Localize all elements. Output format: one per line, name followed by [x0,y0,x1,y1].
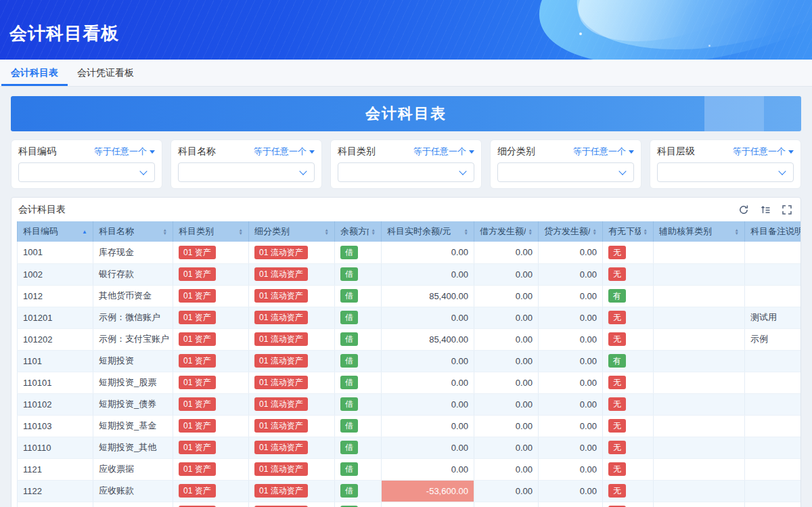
text-cell: 110110 [18,437,93,458]
direction-cell: 借 [335,393,382,415]
text-cell: 示例：支付宝账户 [93,328,173,350]
category-cell: 01 流动资产 [249,285,335,307]
filter-select[interactable] [18,162,155,182]
column-header[interactable]: 有无下级?▲▼ [603,221,654,242]
category-badge: 01 资产 [179,462,216,476]
filter-operator[interactable]: 等于任意一个 [254,146,315,158]
category-badge: 01 资产 [179,289,216,303]
category-cell: 01 流动资产 [249,263,335,285]
category-badge: 01 资产 [179,267,216,281]
page-header: 会计科目看板 [0,0,812,60]
banner-light-segment [704,96,764,131]
text-cell [654,393,745,415]
amount-cell: 85,400.00 [382,328,474,350]
subjects-table: 科目编码▲科目名称▲▼科目类别▲▼细分类别▲▼余额方向▲▼科目实时余额/元▲▼借… [17,221,800,507]
text-cell [654,415,745,437]
filter-select[interactable] [497,162,634,182]
direction-badge: 借 [340,246,358,259]
table-row[interactable]: 1123预付账款01 资产01 流动资产借0.000.000.00无 [18,502,801,507]
amount-cell: 0.00 [474,458,539,480]
amount-cell: 0.00 [382,437,474,458]
tab-bar: 会计科目表 会计凭证看板 [0,60,812,87]
amount-cell: 0.00 [539,480,603,502]
column-header[interactable]: 科目编码▲ [18,221,93,242]
fullscreen-icon[interactable] [782,204,792,215]
amount-cell: 0.00 [382,415,474,437]
table-row[interactable]: 110101短期投资_股票01 资产01 流动资产借0.000.000.00无 [18,372,801,393]
column-header[interactable]: 科目类别▲▼ [173,221,249,242]
filter-label: 科目名称 [178,146,216,158]
table-row[interactable]: 1122应收账款01 资产01 流动资产借-53,600.000.000.00无 [18,480,801,502]
column-header[interactable]: 科目实时余额/元▲▼ [382,221,474,242]
caret-down-icon [309,150,315,154]
table-row[interactable]: 1101短期投资01 资产01 流动资产借0.000.000.00有 [18,350,801,372]
direction-badge: 借 [340,441,358,454]
filter-subject-code: 科目编码 等于任意一个 [11,139,162,189]
amount-cell: 0.00 [539,263,603,285]
column-header[interactable]: 贷方发生额/元▲▼ [539,221,603,242]
caret-down-icon [788,150,794,154]
table-row[interactable]: 101202示例：支付宝账户01 资产01 流动资产借85,400.000.00… [18,328,801,350]
table-panel: 会计科目表 科目编码▲科目名称▲▼科目类别▲▼细分类别▲▼余额方向▲▼科目实时余… [11,197,801,507]
tab-subject-table[interactable]: 会计科目表 [1,60,68,86]
has-sub-cell: 无 [603,393,654,415]
has-sub-badge: 无 [608,484,626,498]
category-cell: 01 流动资产 [249,242,335,263]
filter-operator[interactable]: 等于任意一个 [94,146,155,158]
sort-icon: ▲▼ [325,228,329,235]
category-badge: 01 流动资产 [254,462,308,476]
filter-select[interactable] [178,162,315,182]
tab-voucher-board[interactable]: 会计凭证看板 [68,60,143,86]
filter-operator[interactable]: 等于任意一个 [573,146,634,158]
sort-icon: ▲▼ [371,228,376,235]
has-sub-cell: 无 [603,263,654,285]
text-cell: 1012 [18,285,93,307]
sort-ascending-icon: ▲ [82,229,87,235]
column-header[interactable]: 细分类别▲▼ [249,221,335,242]
refresh-icon[interactable] [738,204,749,215]
category-cell: 01 流动资产 [249,393,335,415]
category-badge: 01 资产 [179,484,216,498]
column-header[interactable]: 借方发生额/元▲▼ [474,221,539,242]
amount-cell: 0.00 [382,502,474,507]
amount-cell: 0.00 [474,263,539,285]
filter-operator[interactable]: 等于任意一个 [413,146,474,158]
column-header[interactable]: 余额方向▲▼ [335,221,382,242]
amount-cell: 0.00 [474,415,539,437]
text-cell [745,285,801,307]
direction-badge: 借 [340,354,358,368]
column-header[interactable]: 辅助核算类别▲▼ [654,221,745,242]
table-row[interactable]: 101201示例：微信账户01 资产01 流动资产借0.000.000.00无测… [18,307,801,328]
table-row[interactable]: 110102短期投资_债券01 资产01 流动资产借0.000.000.00无 [18,393,801,415]
category-cell: 01 流动资产 [249,458,335,480]
column-header[interactable]: 科目备注说明▲▼ [745,221,801,242]
filter-operator[interactable]: 等于任意一个 [733,146,794,158]
direction-cell: 借 [335,263,382,285]
column-header[interactable]: 科目名称▲▼ [93,221,173,242]
table-title: 会计科目表 [18,204,66,216]
has-sub-badge: 无 [608,376,626,389]
table-row[interactable]: 1012其他货币资金01 资产01 流动资产借85,400.000.000.00… [18,285,801,307]
table-row[interactable]: 1121应收票据01 资产01 流动资产借0.000.000.00无 [18,458,801,480]
filter-select[interactable] [657,162,794,182]
category-cell: 01 流动资产 [249,437,335,458]
text-cell: 示例 [745,328,801,350]
amount-cell: 0.00 [474,307,539,328]
category-badge: 01 资产 [179,246,216,259]
row-settings-icon[interactable] [760,204,771,215]
filter-select[interactable] [338,162,474,182]
amount-cell: 0.00 [382,350,474,372]
table-row[interactable]: 1001库存现金01 资产01 流动资产借0.000.000.00无 [18,242,801,263]
table-row[interactable]: 1002银行存款01 资产01 流动资产借0.000.000.00无 [18,263,801,285]
text-cell: 110103 [18,415,93,437]
table-row[interactable]: 110103短期投资_基金01 资产01 流动资产借0.000.000.00无 [18,415,801,437]
category-badge: 01 流动资产 [254,397,308,411]
table-row[interactable]: 110110短期投资_其他01 资产01 流动资产借0.000.000.00无 [18,437,801,458]
text-cell: 预付账款 [93,502,173,507]
amount-cell: 0.00 [539,242,603,263]
text-cell [745,480,801,502]
has-sub-badge: 无 [608,419,626,433]
category-badge: 01 流动资产 [254,419,308,433]
category-badge: 01 资产 [179,419,216,433]
category-cell: 01 资产 [173,242,249,263]
